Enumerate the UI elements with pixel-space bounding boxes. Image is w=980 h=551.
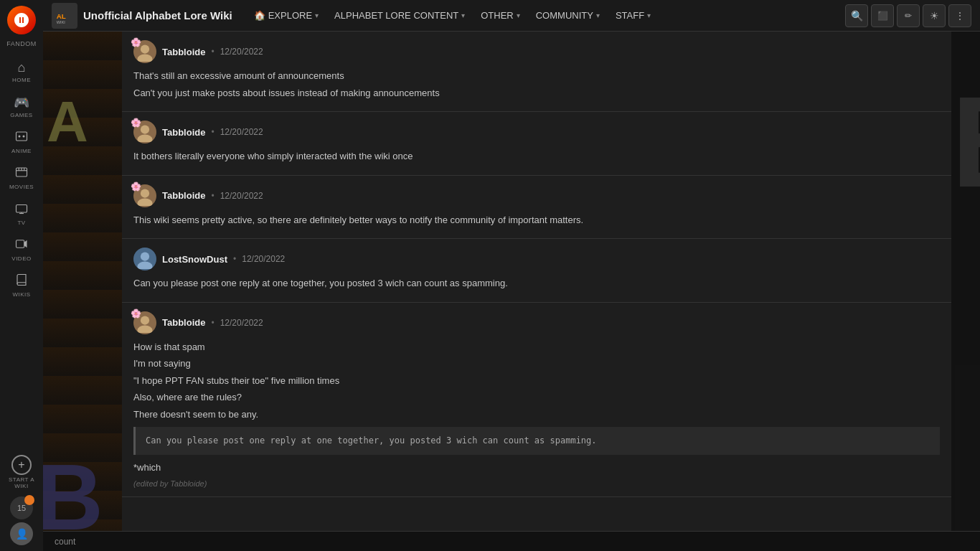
svg-point-18: [141, 125, 149, 133]
comment-5-line-2: I'm not saying: [133, 357, 940, 371]
comment-1-line-1: That's still an excessive amount of anno…: [133, 69, 940, 83]
nav-alphabet-lore-content[interactable]: ALPHABET LORE CONTENT ▾: [327, 7, 472, 24]
notification-count: 15: [17, 504, 26, 512]
comment-2-date: 12/20/2022: [220, 127, 263, 137]
comment-1-username[interactable]: Tabbloide: [162, 47, 205, 57]
svg-rect-8: [17, 205, 27, 213]
wiki-logo[interactable]: AL WIKI: [52, 3, 77, 29]
wiki-logo-icon: AL WIKI: [55, 6, 75, 26]
sidebar-item-video[interactable]: VIDEO: [0, 233, 43, 266]
comment-3-text: This wiki seems pretty active, so there …: [133, 213, 940, 227]
wiki-title: Unofficial Alphabet Lore Wiki: [83, 9, 232, 22]
community-chevron: ▾: [596, 11, 600, 19]
wiki-bg-right: B: [951, 32, 980, 551]
comment-4-avatar[interactable]: [133, 248, 156, 270]
sidebar-item-anime[interactable]: ANIME: [0, 126, 43, 159]
comment-4-username[interactable]: LostSnowDust: [162, 254, 227, 265]
svg-rect-0: [17, 132, 27, 141]
char-decoration-right: B: [951, 67, 980, 216]
start-wiki-button[interactable]: + START A WIKI: [0, 451, 43, 494]
char-decoration-2: A: [47, 89, 88, 155]
sidebar-item-movies-label: MOVIES: [9, 184, 34, 190]
home-icon: ⌂: [18, 60, 26, 75]
comment-3-flower-badge: 🌸: [131, 182, 141, 192]
explore-chevron: ▾: [315, 11, 319, 19]
page-layout: B A 🌸 Tabbloide • 12/20/2022 That's stil…: [43, 32, 980, 551]
tv-icon: [15, 202, 28, 218]
notifications-button[interactable]: 15: [10, 496, 33, 519]
comment-1-line-2: Can't you just make posts about issues i…: [133, 86, 940, 100]
explore-label: EXPLORE: [268, 10, 312, 21]
sidebar-item-home[interactable]: ⌂ HOME: [0, 56, 43, 88]
comment-4-text: Can you please post one reply at one tog…: [133, 276, 940, 291]
comment-3-username[interactable]: Tabbloide: [162, 190, 205, 201]
games-icon: 🎮: [14, 95, 29, 110]
comment-2-flower-badge: 🌸: [131, 118, 141, 128]
anime-icon: [15, 130, 28, 146]
comment-2-header: 🌸 Tabbloide • 12/20/2022: [133, 121, 940, 143]
comment-5-text: How is that spam I'm not saying "I hope …: [133, 340, 940, 422]
more-icon: ⋮: [955, 10, 965, 22]
wikipoints-button[interactable]: ⬛: [871, 4, 894, 27]
nav-community[interactable]: COMMUNITY ▾: [529, 7, 607, 24]
editor-button[interactable]: ✏: [897, 4, 920, 27]
video-icon: [15, 237, 28, 254]
comment-4-header: LostSnowDust • 12/20/2022: [133, 248, 940, 270]
comment-5-dot: •: [211, 318, 214, 328]
fandom-label: FANDOM: [6, 40, 37, 47]
sidebar-item-movies[interactable]: MOVIES: [0, 161, 43, 194]
sidebar-item-wikis-label: WIKIS: [12, 291, 30, 298]
notification-badge: [24, 495, 34, 505]
sidebar-item-home-label: HOME: [12, 77, 31, 83]
fandom-sidebar: FANDOM ⌂ HOME 🎮 GAMES ANIME MOVIES TV VI…: [0, 0, 43, 551]
comment-1-dot: •: [211, 47, 214, 57]
comment-2-avatar-wrap: 🌸: [133, 121, 156, 143]
alphabet-lore-label: ALPHABET LORE CONTENT: [334, 10, 458, 21]
comment-5-line-5: There doesn't seem to be any.: [133, 408, 940, 422]
editor-icon: ✏: [905, 11, 912, 21]
theme-button[interactable]: ☀: [923, 4, 946, 27]
user-avatar-button[interactable]: 👤: [10, 522, 33, 545]
comment-4-date: 12/20/2022: [242, 254, 285, 264]
svg-point-22: [141, 252, 149, 260]
nav-other[interactable]: OTHER ▾: [473, 7, 527, 24]
top-navigation: AL WIKI Unofficial Alphabet Lore Wiki 🏠 …: [43, 0, 980, 32]
svg-point-17: [138, 55, 153, 62]
wikipoints-icon: ⬛: [877, 11, 888, 21]
svg-text:AL: AL: [57, 12, 66, 20]
sidebar-item-tv[interactable]: TV: [0, 197, 43, 230]
comment-3-line-1: This wiki seems pretty active, so there …: [133, 213, 940, 227]
sidebar-item-tv-label: TV: [17, 220, 25, 226]
nav-staff[interactable]: STAFF ▾: [608, 7, 658, 24]
staff-chevron: ▾: [647, 11, 651, 19]
comment-5-line-3: "I hope PPT FAN stubs their toe" five mi…: [133, 374, 940, 388]
sidebar-item-wikis[interactable]: WIKIS: [0, 269, 43, 302]
svg-point-25: [138, 325, 153, 333]
sidebar-item-games[interactable]: 🎮 GAMES: [0, 90, 43, 123]
wikis-icon: [15, 273, 28, 290]
comment-3: 🌸 Tabbloide • 12/20/2022 This wiki seems…: [122, 176, 951, 240]
comment-2-dot: •: [211, 127, 214, 137]
comment-4-dot: •: [233, 254, 236, 264]
search-button[interactable]: 🔍: [845, 4, 868, 27]
avatar-icon: [135, 249, 155, 269]
svg-point-19: [138, 135, 153, 143]
explore-icon: 🏠: [254, 10, 265, 21]
comment-5-line-4: Also, where are the rules?: [133, 390, 940, 405]
sidebar-item-anime-label: ANIME: [11, 148, 32, 154]
nav-explore[interactable]: 🏠 EXPLORE ▾: [247, 7, 326, 24]
comment-5-username[interactable]: Tabbloide: [162, 317, 205, 328]
comment-5-avatar-wrap: 🌸: [133, 311, 156, 334]
nav-items: 🏠 EXPLORE ▾ ALPHABET LORE CONTENT ▾ OTHE…: [247, 7, 839, 24]
fandom-logo[interactable]: [7, 6, 36, 34]
comment-2-line-1: It bothers literally everyone who simply…: [133, 149, 940, 164]
more-button[interactable]: ⋮: [948, 4, 971, 27]
count-bar: count: [43, 531, 980, 551]
start-wiki-label: START A WIKI: [9, 476, 34, 489]
comment-2-username[interactable]: Tabbloide: [162, 127, 205, 138]
sidebar-item-video-label: VIDEO: [11, 255, 31, 262]
comment-5-correction: *which: [133, 461, 940, 475]
comment-5-line-1: How is that spam: [133, 340, 940, 354]
alphabet-lore-chevron: ▾: [461, 11, 465, 19]
comment-5-correction-text: *which: [133, 461, 940, 475]
